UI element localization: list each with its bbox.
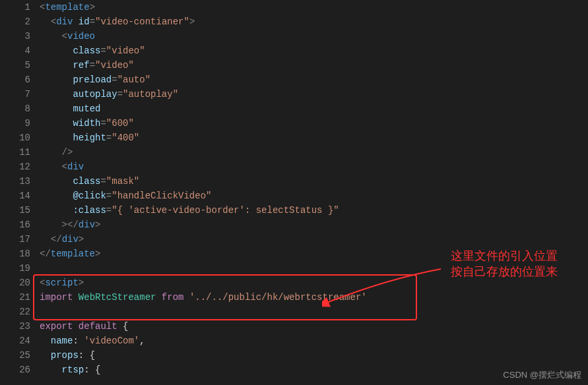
annotation-text: 这里文件的引入位置 按自己存放的位置来: [451, 248, 558, 280]
code-line[interactable]: <div: [40, 160, 588, 174]
line-number: 22: [0, 305, 30, 319]
line-number: 19: [0, 261, 30, 276]
code-line[interactable]: [40, 305, 588, 319]
code-line[interactable]: props: {: [40, 348, 588, 363]
code-line[interactable]: :class="{ 'active-video-border': selectS…: [40, 203, 588, 218]
line-number: 8: [0, 102, 30, 116]
code-line[interactable]: preload="auto": [40, 73, 588, 87]
line-number: 2: [0, 15, 30, 29]
line-number: 14: [0, 189, 30, 203]
code-line[interactable]: </div>: [40, 232, 588, 247]
line-number: 4: [0, 44, 30, 58]
code-line[interactable]: width="600": [40, 116, 588, 131]
line-number-gutter: 1 2 3 4 5 6 7 8 9 10 11 12 13 14 15 16 1…: [0, 0, 40, 385]
code-line[interactable]: <video: [40, 29, 588, 44]
code-line[interactable]: ></div>: [40, 218, 588, 232]
line-number: 5: [0, 58, 30, 73]
code-line[interactable]: <div id="video-contianer">: [40, 15, 588, 29]
watermark: CSDN @摆烂式编程: [503, 369, 581, 381]
line-number: 13: [0, 174, 30, 189]
line-number: 11: [0, 145, 30, 160]
line-number: 24: [0, 334, 30, 348]
line-number: 17: [0, 232, 30, 247]
code-line[interactable]: name: 'videoCom',: [40, 334, 588, 348]
line-number: 16: [0, 218, 30, 232]
code-editor: 1 2 3 4 5 6 7 8 9 10 11 12 13 14 15 16 1…: [0, 0, 588, 385]
line-number: 15: [0, 203, 30, 218]
code-line[interactable]: class="video": [40, 44, 588, 58]
code-line[interactable]: @click="handleClickVideo": [40, 189, 588, 203]
line-number: 23: [0, 319, 30, 334]
line-number: 25: [0, 348, 30, 363]
line-number: 12: [0, 160, 30, 174]
line-number: 10: [0, 131, 30, 145]
code-line[interactable]: ref="video": [40, 58, 588, 73]
line-number: 6: [0, 73, 30, 87]
code-line[interactable]: export default {: [40, 319, 588, 334]
annotation-line: 按自己存放的位置来: [451, 264, 558, 280]
line-number: 9: [0, 116, 30, 131]
code-line[interactable]: muted: [40, 102, 588, 116]
code-line[interactable]: class="mask": [40, 174, 588, 189]
code-line[interactable]: import WebRtcStreamer from '../../public…: [40, 290, 588, 305]
line-number: 18: [0, 247, 30, 261]
line-number: 26: [0, 363, 30, 377]
code-line[interactable]: height="400": [40, 131, 588, 145]
annotation-line: 这里文件的引入位置: [451, 248, 558, 264]
line-number: 1: [0, 0, 30, 15]
code-line[interactable]: autoplay="autoplay": [40, 87, 588, 102]
line-number: 7: [0, 87, 30, 102]
line-number: 3: [0, 29, 30, 44]
line-number: 21: [0, 290, 30, 305]
code-line[interactable]: <template>: [40, 0, 588, 15]
line-number: 20: [0, 276, 30, 290]
code-content[interactable]: <template> <div id="video-contianer"> <v…: [40, 0, 588, 385]
code-line[interactable]: />: [40, 145, 588, 160]
